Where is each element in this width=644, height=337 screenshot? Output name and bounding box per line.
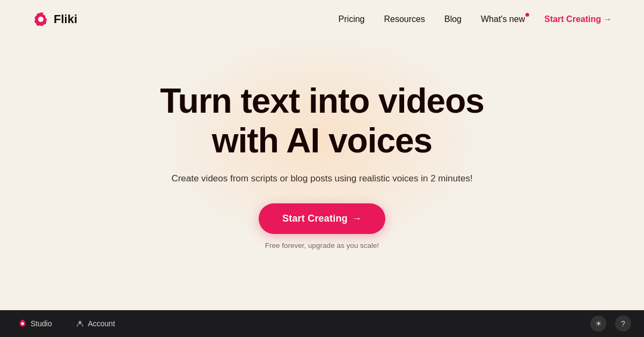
bottom-bar-right: ☀ ? [590,316,631,332]
nav-whats-new[interactable]: What's new [481,14,525,24]
hero-free-text: Free forever, upgrade as you scale! [265,241,379,250]
nav-resources[interactable]: Resources [384,14,425,24]
bottom-bar-studio[interactable]: Studio [13,316,57,331]
theme-toggle-button[interactable]: ☀ [590,316,606,332]
nav-blog[interactable]: Blog [444,14,462,24]
studio-label: Studio [31,319,52,328]
account-icon [76,319,84,328]
navbar: Fliki Pricing Resources Blog What's new … [0,0,644,39]
logo-text: Fliki [54,12,77,26]
hero-subtitle: Create videos from scripts or blog posts… [171,173,472,184]
svg-point-0 [38,17,43,22]
sun-icon: ☀ [595,319,602,328]
hero-section: Turn text into videos with AI voices Cre… [0,39,644,250]
hero-cta-button[interactable]: Start Creating → [259,203,385,234]
nav-pricing[interactable]: Pricing [339,14,365,24]
bottom-bar: Studio Account ☀ ? [0,310,644,337]
nav-start-creating-link[interactable]: Start Creating → [544,14,612,24]
bottom-bar-account[interactable]: Account [70,316,121,331]
account-label: Account [88,319,115,328]
whats-new-dot [525,13,529,17]
question-icon: ? [621,319,625,328]
hero-title: Turn text into videos with AI voices [160,82,484,160]
studio-icon [18,319,27,328]
svg-point-1 [21,323,24,325]
help-button[interactable]: ? [615,316,631,332]
fliki-logo-icon [32,11,49,28]
logo[interactable]: Fliki [32,11,77,28]
nav-links: Pricing Resources Blog What's new Start … [339,14,612,24]
bottom-bar-left: Studio Account [13,316,120,331]
